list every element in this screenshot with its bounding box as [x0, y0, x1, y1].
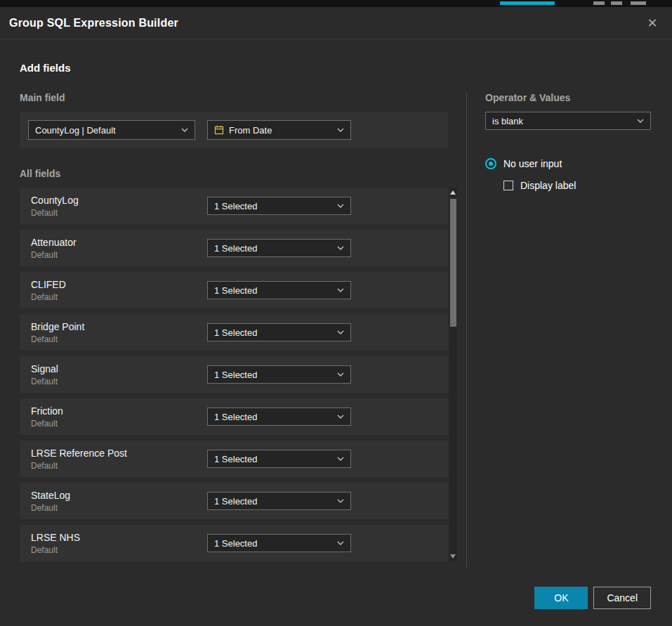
- all-fields-list: CountyLog Default 1 Selected Attenuator …: [20, 188, 448, 567]
- chevron-down-icon: [337, 372, 344, 377]
- chevron-down-icon: [337, 204, 344, 208]
- group-sql-expression-builder-dialog: Group SQL Expression Builder ✕ Add field…: [0, 7, 672, 626]
- no-user-input-label: No user input: [503, 158, 562, 169]
- field-row-bridge-point: Bridge Point Default 1 Selected: [20, 314, 448, 351]
- main-field-panel: CountyLog | Default: [20, 112, 448, 148]
- main-field-layer-select[interactable]: CountyLog | Default: [28, 120, 195, 140]
- field-selection-select[interactable]: 1 Selected: [207, 365, 351, 384]
- field-row-attenuator: Attenuator Default 1 Selected: [20, 230, 448, 266]
- chevron-down-icon: [181, 128, 188, 132]
- selection-value: 1 Selected: [214, 454, 257, 464]
- no-user-input-radio-option[interactable]: No user input: [485, 158, 651, 169]
- main-field-field-select[interactable]: From Date: [207, 120, 351, 140]
- chevron-down-icon: [337, 128, 344, 132]
- add-fields-heading: Add fields: [20, 62, 651, 74]
- radio-selected-icon: [485, 158, 496, 169]
- selection-value: 1 Selected: [214, 538, 257, 549]
- scrollbar-down-arrow-icon[interactable]: [450, 554, 456, 559]
- display-label-label: Display label: [520, 180, 576, 191]
- field-row-signal: Signal Default 1 Selected: [20, 356, 448, 393]
- main-field-layer-value: CountyLog | Default: [35, 125, 116, 136]
- main-field-label: Main field: [20, 92, 458, 103]
- field-row-countylog: CountyLog Default 1 Selected: [20, 188, 448, 224]
- close-icon[interactable]: ✕: [644, 15, 661, 32]
- selection-value: 1 Selected: [214, 412, 257, 422]
- chevron-down-icon: [337, 499, 344, 503]
- operator-select[interactable]: is blank: [485, 112, 651, 130]
- selection-value: 1 Selected: [214, 496, 257, 507]
- chevron-down-icon: [637, 119, 644, 123]
- chevron-down-icon: [337, 457, 344, 461]
- chevron-down-icon: [337, 541, 344, 545]
- chevron-down-icon: [337, 288, 344, 292]
- field-row-friction: Friction Default 1 Selected: [20, 398, 448, 435]
- main-field-field-value: From Date: [229, 125, 272, 136]
- ok-button[interactable]: OK: [534, 587, 588, 609]
- field-selection-select[interactable]: 1 Selected: [207, 492, 351, 510]
- chevron-down-icon: [337, 330, 344, 334]
- checkbox-unchecked-icon: [503, 181, 513, 190]
- calendar-icon: [214, 125, 224, 135]
- dialog-body: Add fields Main field CountyLog | Defaul…: [0, 39, 672, 626]
- field-selection-select[interactable]: 1 Selected: [207, 534, 351, 552]
- cancel-button[interactable]: Cancel: [593, 587, 651, 609]
- background-teal-remnant: [500, 1, 555, 5]
- field-selection-select[interactable]: 1 Selected: [207, 239, 351, 257]
- field-selection-select[interactable]: 1 Selected: [207, 450, 351, 468]
- field-selection-select[interactable]: 1 Selected: [207, 407, 351, 426]
- chevron-down-icon: [337, 246, 344, 250]
- selection-value: 1 Selected: [214, 243, 257, 254]
- field-row-statelog: StateLog Default 1 Selected: [20, 483, 448, 519]
- dialog-footer: OK Cancel: [534, 587, 651, 609]
- selection-value: 1 Selected: [214, 327, 257, 338]
- operator-values-column: Operator & Values is blank No user input…: [467, 92, 651, 567]
- selection-value: 1 Selected: [214, 201, 257, 211]
- dialog-header: Group SQL Expression Builder ✕: [0, 7, 672, 39]
- field-selection-select[interactable]: 1 Selected: [207, 323, 351, 341]
- fields-column: Main field CountyLog | Default: [20, 92, 458, 567]
- field-row-lrse-nhs: LRSE NHS Default 1 Selected: [20, 525, 448, 561]
- dialog-title: Group SQL Expression Builder: [9, 17, 178, 30]
- background-app-strip: [0, 0, 672, 7]
- background-icon-remnant: [631, 1, 646, 5]
- all-fields-label: All fields: [20, 168, 458, 179]
- chevron-down-icon: [337, 415, 344, 419]
- display-label-checkbox-option[interactable]: Display label: [503, 180, 651, 191]
- scrollbar-thumb[interactable]: [450, 199, 456, 327]
- operator-values-label: Operator & Values: [485, 92, 651, 103]
- field-row-clifed: CLIFED Default 1 Selected: [20, 272, 448, 308]
- selection-value: 1 Selected: [214, 370, 257, 380]
- selection-value: 1 Selected: [214, 285, 257, 296]
- operator-value: is blank: [492, 116, 523, 126]
- list-scrollbar[interactable]: [449, 188, 457, 561]
- field-row-lrse-reference-post: LRSE Reference Post Default 1 Selected: [20, 441, 448, 477]
- field-selection-select[interactable]: 1 Selected: [207, 281, 351, 299]
- background-icon-remnant: [611, 1, 622, 5]
- scrollbar-up-arrow-icon[interactable]: [450, 190, 456, 195]
- background-icon-remnant: [593, 1, 605, 5]
- field-selection-select[interactable]: 1 Selected: [207, 197, 351, 215]
